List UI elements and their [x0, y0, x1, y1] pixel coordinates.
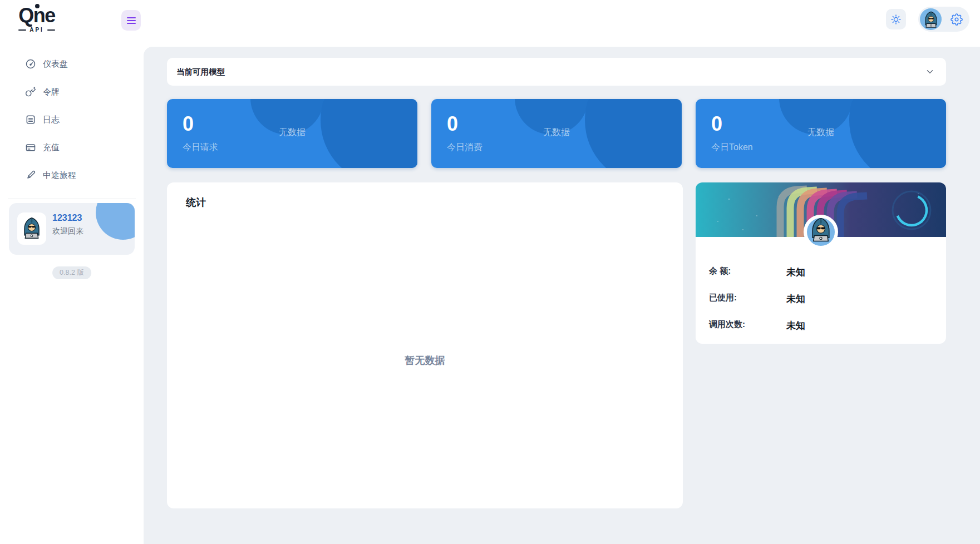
balance-row: 余 额: 未知 [709, 266, 933, 279]
username: 123123 [52, 213, 82, 223]
logo-dot [35, 4, 40, 8]
sidebar-item-tokens[interactable]: 令牌 [0, 78, 144, 106]
sidebar-nav: 仪表盘 令牌 日志 充值 中途旅程 [0, 50, 144, 189]
stat-empty-text: 无数据 [167, 127, 417, 139]
user-card-decoration [96, 203, 135, 240]
gear-icon [951, 13, 963, 26]
calls-row: 调用次数: 未知 [709, 319, 933, 333]
sidebar-item-midjourney[interactable]: 中途旅程 [0, 161, 144, 189]
logo-subtext: API [11, 27, 62, 33]
used-row: 已使用: 未知 [709, 293, 933, 306]
sidebar-user-card[interactable]: 123123 欢迎回来 [9, 203, 135, 255]
menu-icon [127, 17, 136, 18]
user-avatar [17, 212, 46, 245]
stat-empty-text: 无数据 [696, 127, 946, 139]
menu-toggle-button[interactable] [121, 10, 141, 31]
greeting-text: 欢迎回来 [52, 226, 83, 236]
user-avatar [804, 215, 838, 249]
accordion-title: 当前可用模型 [176, 67, 225, 77]
stat-empty-text: 无数据 [431, 127, 682, 139]
stat-card-tokens-today: 0 无数据 今日Token [696, 99, 946, 168]
sidebar-item-topup[interactable]: 充值 [0, 133, 144, 161]
sidebar-item-dashboard[interactable]: 仪表盘 [0, 50, 144, 78]
main-content: 当前可用模型 0 无数据 今日请求 0 无数据 今日消费 0 无数据 今日Tok… [144, 47, 980, 544]
stat-label: 今日消费 [447, 142, 482, 154]
sidebar-item-label: 日志 [43, 115, 60, 125]
panel-title: 统计 [186, 196, 206, 209]
row-value: 未知 [786, 319, 805, 332]
row-value: 未知 [786, 293, 805, 305]
stat-card-spend-today: 0 无数据 今日消费 [431, 99, 682, 168]
log-icon [25, 114, 36, 125]
stat-label: 今日Token [711, 142, 753, 154]
version-badge: 0.8.2 版 [52, 266, 91, 279]
statistics-panel: 统计 暂无数据 [167, 182, 683, 508]
sidebar-item-label: 充值 [43, 142, 60, 153]
key-icon [25, 86, 36, 97]
theme-toggle-button[interactable] [886, 9, 906, 29]
available-models-accordion[interactable]: 当前可用模型 [167, 58, 946, 86]
account-summary-card: 余 额: 未知 已使用: 未知 调用次数: 未知 [696, 182, 946, 344]
sidebar-divider [8, 199, 136, 199]
row-value: 未知 [786, 266, 805, 279]
settings-button[interactable] [951, 13, 963, 26]
sun-icon [890, 14, 902, 25]
stat-card-requests-today: 0 无数据 今日请求 [167, 99, 417, 168]
credit-card-icon [25, 142, 36, 153]
app-logo[interactable]: Qne API [11, 6, 62, 33]
user-avatar[interactable] [920, 8, 942, 30]
sidebar: Qne API 仪表盘 令牌 日志 充值 [0, 0, 144, 544]
sidebar-item-label: 令牌 [43, 87, 60, 97]
brush-icon [25, 170, 36, 181]
logo-text: Qne [18, 6, 55, 26]
gauge-icon [25, 58, 36, 70]
chevron-down-icon [925, 67, 935, 77]
row-label: 已使用: [709, 293, 737, 303]
no-data-text: 暂无数据 [167, 354, 683, 367]
row-label: 调用次数: [709, 319, 745, 330]
stat-label: 今日请求 [183, 142, 218, 154]
user-menu [918, 7, 969, 32]
sidebar-item-label: 中途旅程 [43, 170, 76, 181]
sidebar-item-label: 仪表盘 [43, 59, 68, 70]
row-label: 余 额: [709, 266, 731, 276]
sidebar-item-logs[interactable]: 日志 [0, 106, 144, 133]
